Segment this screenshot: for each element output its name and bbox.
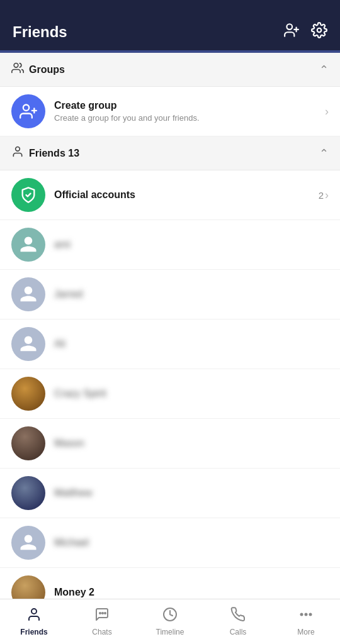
svg-point-8	[16, 147, 20, 152]
timeline-nav-label: Timeline	[156, 628, 184, 636]
friend-item-7[interactable]: Michael	[0, 518, 340, 568]
create-group-title: Create group	[54, 100, 325, 111]
friend-item-4[interactable]: Crazy Spirit	[0, 369, 340, 419]
create-group-avatar	[11, 94, 45, 128]
friends-section-header[interactable]: Friends 13 ⌃	[0, 136, 340, 170]
friend6-content: Matthew	[54, 487, 329, 499]
friend7-avatar	[11, 526, 45, 560]
friend8-content: Money 2	[54, 587, 329, 598]
settings-icon[interactable]	[311, 22, 327, 42]
groups-section-icon	[11, 62, 24, 77]
friend8-name: Money 2	[54, 587, 329, 598]
official-accounts-content: Official accounts	[54, 189, 319, 201]
svg-point-11	[102, 613, 103, 614]
svg-point-0	[286, 24, 292, 30]
svg-point-10	[99, 613, 101, 614]
friend-item-6[interactable]: Matthew	[0, 469, 340, 518]
content-area: Groups ⌃ Create group Create a group for…	[0, 53, 340, 599]
svg-point-3	[317, 28, 322, 33]
friend7-name: Michael	[54, 537, 329, 548]
groups-section-left: Groups	[11, 62, 65, 77]
official-accounts-avatar	[11, 178, 45, 212]
friend3-avatar	[11, 327, 45, 361]
groups-section-header[interactable]: Groups ⌃	[0, 53, 340, 87]
create-group-chevron: ›	[325, 105, 329, 118]
friends-nav-label: Friends	[20, 628, 47, 636]
svg-point-5	[23, 105, 29, 111]
svg-point-4	[14, 64, 18, 68]
chevron-right-icon: ›	[325, 105, 329, 118]
friend2-avatar	[11, 277, 45, 311]
svg-point-15	[305, 614, 307, 616]
svg-point-16	[310, 614, 312, 616]
friend8-avatar	[11, 575, 45, 599]
more-nav-icon	[298, 607, 314, 626]
friend-item-3[interactable]: Ali	[0, 319, 340, 369]
calls-nav-icon	[230, 607, 246, 626]
friend7-content: Michael	[54, 537, 329, 548]
nav-calls[interactable]: Calls	[204, 607, 272, 636]
svg-point-9	[31, 609, 37, 614]
friend-item-8[interactable]: Money 2	[0, 568, 340, 599]
groups-section-title: Groups	[29, 64, 65, 75]
friend5-name: Mason	[54, 438, 329, 449]
friend4-content: Crazy Spirit	[54, 388, 329, 399]
friends-nav-icon	[26, 607, 42, 626]
friend2-name: Jarred	[54, 289, 329, 300]
friend6-name: Matthew	[54, 487, 329, 499]
calls-nav-label: Calls	[230, 628, 247, 636]
nav-chats[interactable]: Chats	[68, 607, 136, 636]
official-accounts-count: 2	[319, 190, 324, 201]
friend6-avatar	[11, 476, 45, 510]
nav-more[interactable]: More	[272, 607, 340, 636]
friend2-content: Jarred	[54, 289, 329, 300]
app-header: Friends	[0, 0, 340, 50]
header-actions	[283, 22, 327, 42]
create-group-item[interactable]: Create group Create a group for you and …	[0, 87, 340, 136]
page-title: Friends	[13, 23, 67, 41]
friend4-name: Crazy Spirit	[54, 388, 329, 399]
friend3-content: Ali	[54, 338, 329, 350]
official-accounts-chevron: ›	[325, 189, 329, 202]
bottom-navigation: Friends Chats Timeline	[0, 599, 340, 644]
friend-item-2[interactable]: Jarred	[0, 270, 340, 319]
friend4-avatar	[11, 377, 45, 411]
timeline-nav-icon	[162, 607, 178, 626]
svg-point-14	[301, 614, 303, 616]
add-friend-icon[interactable]	[283, 22, 300, 42]
chats-nav-label: Chats	[92, 628, 111, 636]
friend5-avatar	[11, 426, 45, 460]
chats-nav-icon	[94, 607, 110, 626]
friends-section-left: Friends 13	[11, 145, 79, 161]
friend1-avatar	[11, 228, 45, 262]
svg-point-12	[105, 613, 106, 614]
friend3-name: Ali	[54, 338, 329, 350]
create-group-subtitle: Create a group for you and your friends.	[54, 113, 325, 123]
friend-item-5[interactable]: Mason	[0, 419, 340, 469]
friends-section-icon	[11, 145, 24, 161]
friend1-name: ami	[54, 239, 329, 250]
friend1-content: ami	[54, 239, 329, 250]
friend5-content: Mason	[54, 438, 329, 449]
more-nav-label: More	[297, 628, 314, 636]
official-accounts-item[interactable]: Official accounts 2 ›	[0, 170, 340, 220]
friends-collapse-icon[interactable]: ⌃	[319, 147, 329, 160]
nav-friends[interactable]: Friends	[0, 607, 68, 636]
friends-section-title: Friends 13	[29, 148, 79, 159]
groups-collapse-icon[interactable]: ⌃	[319, 63, 329, 77]
nav-timeline[interactable]: Timeline	[136, 607, 204, 636]
official-accounts-right: 2 ›	[319, 189, 329, 202]
create-group-content: Create group Create a group for you and …	[54, 100, 325, 123]
friend-item-1[interactable]: ami	[0, 220, 340, 270]
official-accounts-title: Official accounts	[54, 189, 319, 201]
